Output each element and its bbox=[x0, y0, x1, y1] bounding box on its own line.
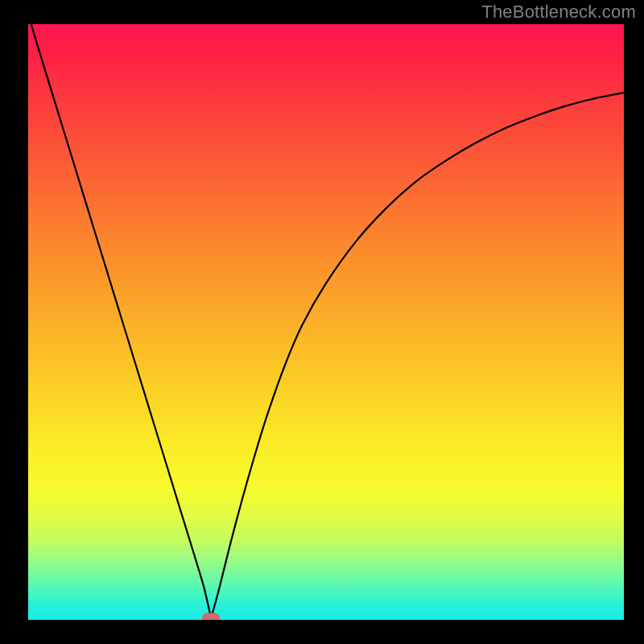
watermark-text: TheBottleneck.com bbox=[481, 2, 636, 23]
minimum-marker bbox=[202, 613, 220, 620]
plot-area bbox=[28, 24, 624, 620]
chart-container: TheBottleneck.com bbox=[0, 0, 644, 644]
bottleneck-curve bbox=[31, 24, 624, 618]
curve-svg bbox=[28, 24, 624, 620]
